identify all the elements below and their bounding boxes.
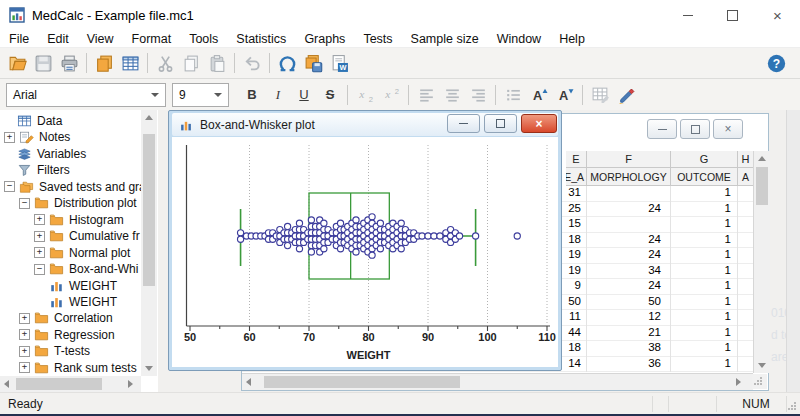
table-cell[interactable]: 1 — [671, 264, 731, 279]
minimize-button[interactable] — [447, 114, 480, 133]
menu-graphs[interactable]: Graphs — [295, 32, 354, 46]
superscript-button[interactable]: x2 — [378, 83, 404, 107]
format-painter-button[interactable] — [613, 83, 639, 107]
table-cell[interactable]: 50 — [587, 295, 661, 310]
expand-toggle-icon[interactable]: + — [34, 231, 45, 242]
tree-item-notes[interactable]: +Notes — [4, 129, 141, 145]
align-left-button[interactable] — [413, 83, 439, 107]
subscript-button[interactable]: x2 — [352, 83, 378, 107]
tree-item-saved-tests-and-grap[interactable]: −Saved tests and grap — [4, 179, 141, 195]
tree-item-weight[interactable]: WEIGHT — [49, 278, 141, 294]
table-cell[interactable]: 24 — [587, 233, 661, 248]
table-cell[interactable]: 24 — [587, 248, 661, 263]
tree-item-regression[interactable]: +Regression — [19, 327, 141, 343]
align-right-button[interactable] — [465, 83, 491, 107]
table-cell[interactable]: 1 — [671, 341, 731, 356]
tree-item-cumulative-fr[interactable]: +Cumulative fr — [34, 228, 141, 244]
tree-item-filters[interactable]: Filters — [4, 162, 141, 178]
minimize-button[interactable] — [665, 0, 710, 30]
copy-icon[interactable] — [178, 51, 204, 75]
restore-button[interactable] — [484, 114, 517, 133]
column-header-E[interactable]: E — [566, 151, 587, 168]
column-header-H[interactable]: H — [738, 151, 754, 168]
spreadsheet-vertical-scrollbar[interactable] — [753, 151, 770, 373]
table-cell[interactable]: 1 — [671, 217, 731, 232]
menu-tools[interactable]: Tools — [180, 32, 227, 46]
tree-item-correlation[interactable]: +Correlation — [19, 310, 141, 326]
menu-tests[interactable]: Tests — [354, 32, 401, 46]
tree-item-distribution-plot[interactable]: −Distribution plot — [19, 195, 141, 211]
expand-toggle-icon[interactable]: + — [34, 214, 45, 225]
copy-page-icon[interactable] — [91, 51, 117, 75]
menu-help[interactable]: Help — [550, 32, 594, 46]
font-name-select[interactable]: Arial — [6, 83, 166, 107]
tree-item-variables[interactable]: Variables — [4, 146, 141, 162]
resize-grip-icon[interactable] — [752, 374, 767, 389]
table-cell[interactable]: 1 — [671, 248, 731, 263]
open-file-icon[interactable] — [4, 51, 30, 75]
column-header-G[interactable]: G — [671, 151, 738, 168]
menu-view[interactable]: View — [78, 32, 123, 46]
restore-button[interactable] — [680, 119, 710, 139]
tree-item-normal-plot[interactable]: +Normal plot — [34, 245, 141, 261]
font-size-select[interactable]: 9 — [172, 83, 229, 107]
table-cell[interactable]: 12 — [587, 310, 661, 325]
table-cell[interactable]: 1 — [671, 357, 731, 372]
save-all-icon[interactable] — [300, 51, 326, 75]
table-cell[interactable]: 21 — [587, 326, 661, 341]
close-button[interactable]: × — [521, 114, 557, 133]
font-increase-button[interactable]: A — [526, 83, 552, 107]
table-cell[interactable]: 1 — [671, 295, 731, 310]
tree-item-box-and-whi[interactable]: −Box-and-Whi — [34, 261, 141, 277]
menu-file[interactable]: File — [0, 32, 38, 46]
menu-edit[interactable]: Edit — [38, 32, 78, 46]
table-cell[interactable]: 36 — [587, 357, 661, 372]
font-decrease-button[interactable]: A — [552, 83, 578, 107]
collapse-toggle-icon[interactable]: − — [34, 264, 45, 275]
expand-toggle-icon[interactable]: + — [34, 247, 45, 258]
refresh-icon[interactable] — [274, 51, 300, 75]
table-cell[interactable]: 38 — [587, 341, 661, 356]
maximize-button[interactable] — [710, 0, 755, 30]
table-cell[interactable]: 1 — [671, 310, 731, 325]
save-icon[interactable] — [30, 51, 56, 75]
data-grid-icon[interactable] — [117, 51, 143, 75]
close-button[interactable]: × — [755, 0, 800, 30]
expand-toggle-icon[interactable]: + — [4, 132, 15, 143]
tree-item-weight[interactable]: WEIGHT — [49, 294, 141, 310]
expand-toggle-icon[interactable]: + — [19, 313, 30, 324]
menu-window[interactable]: Window — [488, 32, 550, 46]
help-icon[interactable]: ? — [764, 51, 788, 75]
table-cell[interactable]: 24 — [587, 202, 661, 217]
paste-icon[interactable] — [204, 51, 230, 75]
collapse-toggle-icon[interactable]: − — [19, 198, 30, 209]
table-cell[interactable]: 1 — [671, 326, 731, 341]
minimize-button[interactable] — [647, 119, 677, 139]
table-cell[interactable]: 1 — [671, 279, 731, 294]
export-word-icon[interactable]: W — [326, 51, 352, 75]
print-icon[interactable] — [56, 51, 82, 75]
menu-format[interactable]: Format — [123, 32, 181, 46]
bullet-list-button[interactable] — [500, 83, 526, 107]
menu-sample-size[interactable]: Sample size — [402, 32, 488, 46]
italic-button[interactable]: I — [265, 83, 291, 107]
table-cell[interactable]: 1 — [671, 202, 731, 217]
table-cell[interactable]: 1 — [671, 186, 731, 201]
sidebar-horizontal-scrollbar[interactable] — [0, 376, 141, 392]
expand-toggle-icon[interactable]: + — [19, 346, 30, 357]
tree-item-rank-sum-tests[interactable]: +Rank sum tests — [19, 360, 141, 376]
column-header-F[interactable]: F — [587, 151, 671, 168]
expand-toggle-icon[interactable]: + — [19, 362, 30, 373]
collapse-toggle-icon[interactable]: − — [4, 181, 15, 192]
strikethrough-button[interactable]: S — [317, 83, 343, 107]
resize-grip-icon[interactable] — [786, 401, 798, 413]
tree-item-data[interactable]: Data — [4, 113, 141, 129]
align-center-button[interactable] — [439, 83, 465, 107]
menu-statistics[interactable]: Statistics — [227, 32, 295, 46]
tree-item-histogram[interactable]: +Histogram — [34, 212, 141, 228]
table-properties-button[interactable] — [587, 83, 613, 107]
tree-item-t-tests[interactable]: +T-tests — [19, 343, 141, 359]
cut-icon[interactable] — [152, 51, 178, 75]
table-cell[interactable]: 1 — [671, 233, 731, 248]
undo-icon[interactable] — [239, 51, 265, 75]
